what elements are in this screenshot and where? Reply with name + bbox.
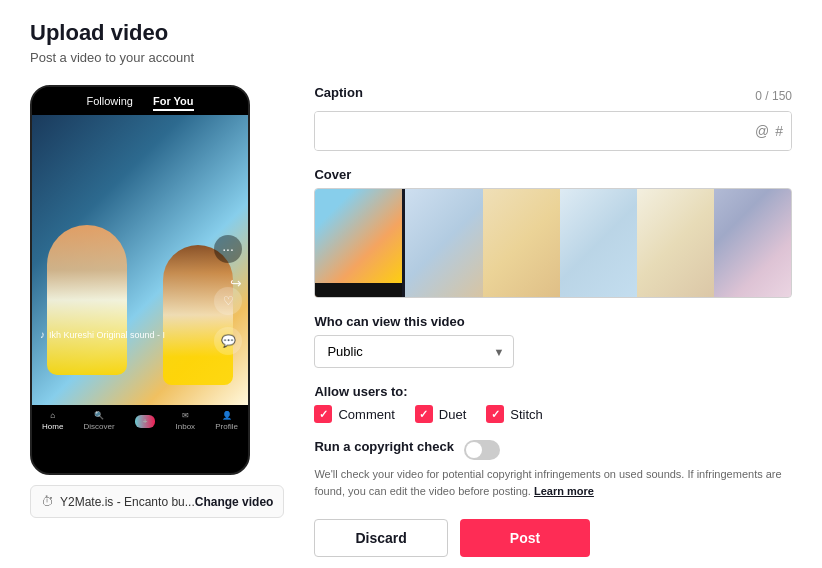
cover-selected-image xyxy=(315,189,402,297)
post-button[interactable]: Post xyxy=(460,519,590,557)
change-video-button[interactable]: Change video xyxy=(195,495,274,509)
duet-check-icon: ✓ xyxy=(419,408,428,421)
at-icon[interactable]: @ xyxy=(755,123,769,139)
phone-bottom-nav: ⌂ Home 🔍 Discover + ✉ Inbox xyxy=(32,411,248,431)
copyright-description: We'll check your video for potential cop… xyxy=(314,466,792,499)
phone-sound-bar: ♪ Ikh Kureshi Original sound - I xyxy=(40,329,198,340)
phone-side-icons: ♡ 💬 xyxy=(214,287,242,355)
caption-count: 0 / 150 xyxy=(755,89,792,103)
visibility-label: Who can view this video xyxy=(314,314,792,329)
checkbox-duet[interactable]: ✓ Duet xyxy=(415,405,466,423)
video-source-icon: ⏱ xyxy=(41,494,54,509)
caption-input-wrapper: @ # xyxy=(314,111,792,151)
dots-icon[interactable]: ··· xyxy=(214,235,242,263)
main-content: Following For You ··· ↪ ♡ 💬 ♪ Ikh Kuresh… xyxy=(30,85,792,557)
nav-home[interactable]: ⌂ Home xyxy=(42,411,63,431)
cover-selected-frame[interactable] xyxy=(315,189,405,297)
allow-section: Allow users to: ✓ Comment ✓ Duet ✓ xyxy=(314,384,792,423)
phone-preview-column: Following For You ··· ↪ ♡ 💬 ♪ Ikh Kuresh… xyxy=(30,85,284,518)
video-source-bar: ⏱ Y2Mate.is - Encanto bu... Change video xyxy=(30,485,284,518)
phone-video-area: ··· ↪ ♡ 💬 ♪ Ikh Kureshi Original sound -… xyxy=(32,115,248,405)
phone-top-bar: Following For You xyxy=(32,87,248,115)
cover-thumb-2[interactable] xyxy=(483,189,560,297)
page-title: Upload video xyxy=(30,20,792,46)
stitch-checkbox-label: Stitch xyxy=(510,407,543,422)
allow-options: ✓ Comment ✓ Duet ✓ Stitch xyxy=(314,405,792,423)
video-source-info: ⏱ Y2Mate.is - Encanto bu... xyxy=(41,494,195,509)
comment-checkbox-label: Comment xyxy=(338,407,394,422)
learn-more-link[interactable]: Learn more xyxy=(534,485,594,497)
copyright-section: Run a copyright check We'll check your v… xyxy=(314,439,792,499)
duet-checkbox-box[interactable]: ✓ xyxy=(415,405,433,423)
allow-label: Allow users to: xyxy=(314,384,792,399)
caption-label: Caption xyxy=(314,85,362,100)
right-panel: Caption 0 / 150 @ # Cover xyxy=(314,85,792,557)
cover-strip[interactable] xyxy=(314,188,792,298)
nav-inbox[interactable]: ✉ Inbox xyxy=(176,411,196,431)
copyright-header: Run a copyright check xyxy=(314,439,792,460)
duet-checkbox-label: Duet xyxy=(439,407,466,422)
phone-bottom-bar: ⌂ Home 🔍 Discover + ✉ Inbox xyxy=(32,405,248,435)
copyright-toggle[interactable] xyxy=(464,440,500,460)
nav-discover[interactable]: 🔍 Discover xyxy=(84,411,115,431)
caption-row: Caption 0 / 150 xyxy=(314,85,792,106)
tab-for-you[interactable]: For You xyxy=(153,95,194,111)
tab-following[interactable]: Following xyxy=(86,95,132,111)
sound-text: Ikh Kureshi Original sound - I xyxy=(49,330,165,340)
cover-section: Cover xyxy=(314,167,792,298)
phone-mockup: Following For You ··· ↪ ♡ 💬 ♪ Ikh Kuresh… xyxy=(30,85,250,475)
video-source-label: Y2Mate.is - Encanto bu... xyxy=(60,495,195,509)
cover-label: Cover xyxy=(314,167,792,182)
nav-profile[interactable]: 👤 Profile xyxy=(215,411,238,431)
cover-thumb-4[interactable] xyxy=(637,189,714,297)
cover-thumb-5[interactable] xyxy=(714,189,791,297)
heart-icon[interactable]: ♡ xyxy=(214,287,242,315)
cover-thumbnails xyxy=(405,189,791,297)
visibility-select[interactable]: Public Friends Only me xyxy=(314,335,514,368)
caption-icons: @ # xyxy=(755,123,783,139)
checkbox-comment[interactable]: ✓ Comment xyxy=(314,405,394,423)
cover-bottom-bar xyxy=(315,283,402,297)
character-left xyxy=(47,225,127,375)
discard-button[interactable]: Discard xyxy=(314,519,447,557)
page-subtitle: Post a video to your account xyxy=(30,50,792,65)
toggle-knob xyxy=(466,442,482,458)
sound-note-icon: ♪ xyxy=(40,329,45,340)
visibility-select-wrapper: Public Friends Only me ▼ xyxy=(314,335,514,368)
comment-icon[interactable]: 💬 xyxy=(214,327,242,355)
checkbox-stitch[interactable]: ✓ Stitch xyxy=(486,405,543,423)
action-buttons: Discard Post xyxy=(314,519,792,557)
copyright-label: Run a copyright check xyxy=(314,439,453,454)
comment-check-icon: ✓ xyxy=(319,408,328,421)
stitch-check-icon: ✓ xyxy=(491,408,500,421)
comment-checkbox-box[interactable]: ✓ xyxy=(314,405,332,423)
cover-thumb-3[interactable] xyxy=(560,189,637,297)
cover-thumb-1[interactable] xyxy=(405,189,482,297)
caption-input[interactable] xyxy=(315,112,791,150)
stitch-checkbox-box[interactable]: ✓ xyxy=(486,405,504,423)
nav-add[interactable]: + xyxy=(135,415,156,428)
view-section: Who can view this video Public Friends O… xyxy=(314,314,792,368)
hash-icon[interactable]: # xyxy=(775,123,783,139)
